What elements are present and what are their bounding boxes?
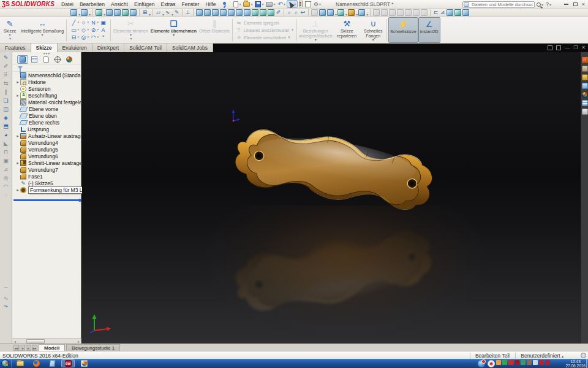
tree-item-historie[interactable]: ▸ Historie [12,79,81,85]
tree-item-beschriftung[interactable]: ▸ Beschriftung [12,92,81,99]
tab-scroll-last[interactable]: ▸▸ [32,345,37,351]
side-shell-icon[interactable]: ▣ [2,157,10,164]
menu-fenster[interactable]: Fenster [179,1,203,7]
solidcam-tool-icon-3[interactable] [447,9,453,16]
view-right-icon[interactable] [220,9,227,16]
tree-horizontal-scrollbar[interactable]: ◂ ▸ [12,338,81,343]
side-revolve-icon[interactable]: ◫ [2,105,10,113]
rebuild-button[interactable] [298,0,304,8]
menu-extras[interactable]: Extras [157,1,178,7]
doc-close-button[interactable]: ✕ [581,44,586,52]
restore-button[interactable] [573,2,578,6]
perimeter-circle-tool[interactable]: ◎ [79,34,88,41]
doc-pane-icon-2[interactable] [556,45,561,50]
open-button[interactable] [242,0,254,8]
repair-sketch-button[interactable]: ⚒ Skizze reparieren [333,17,361,43]
firefox-taskbar-button[interactable] [29,359,43,367]
select-button[interactable] [287,0,298,8]
draft-quality-icon[interactable]: ✐ [275,9,282,16]
options-button[interactable]: ⚙ [312,0,322,8]
side-draft-icon[interactable]: ⊿ [2,166,10,173]
solidcam-tool-icon-4[interactable] [454,9,461,16]
view-trimetric-icon[interactable] [252,9,258,16]
assembly-tool-icon-3[interactable] [389,9,396,16]
print-button[interactable] [265,0,276,8]
pan-view-icon[interactable] [114,9,121,16]
tree-item-verrundung7[interactable]: Verrundung7 [12,166,81,173]
tray-icon-7[interactable] [533,360,538,365]
side-offset-icon[interactable]: ∥ [2,88,10,96]
snowflake-tray-icon[interactable] [488,360,495,367]
home-icon[interactable]: ⌂ [582,57,588,63]
tab-scroll-first[interactable]: ◂◂ [13,345,19,351]
tab-dimxpert[interactable]: DimXpert [92,44,124,52]
tab-skizze[interactable]: Skizze [31,44,58,52]
tray-icon-8[interactable] [539,360,544,365]
tree-item-verrundung5[interactable]: Verrundung5 [12,146,81,153]
zoom-fit-icon[interactable]: ⌕ [286,9,293,16]
tree-item-schnitt[interactable]: ▸ Schnitt-Linear austragen1 [12,159,81,166]
custom-properties-icon[interactable] [582,100,588,106]
menu-ansicht[interactable]: Ansicht [108,1,131,7]
convert-entities-button[interactable]: ❏ Elemente übernehmen▾ [149,17,198,43]
sketch-button[interactable]: ✎ Skizze▾ [0,17,20,43]
slot-tool[interactable]: ⊟ [69,34,78,41]
search-icon[interactable] [537,2,541,7]
view-display-icon[interactable] [358,9,365,16]
tree-item-formsenkung[interactable]: ▸ Formsenkung für M3 Linsense [12,186,81,193]
sketch-relations-icon[interactable]: ⊞ [141,9,148,16]
appearances-icon[interactable] [582,91,588,98]
side-hole-icon[interactable]: ◎ [2,174,10,182]
linear-pattern-button[interactable]: ⠿ Lineares Skizzenmuster▾ [236,27,293,34]
side-dome-icon[interactable]: ◠ [2,183,10,190]
view-bottom-icon[interactable] [236,9,243,16]
tree-item-fase1[interactable]: Fase1 [12,173,81,180]
offset-entities-button[interactable]: ∥ Offset Elemente [198,17,231,43]
solidworks-taskbar-button[interactable] [61,359,75,367]
scroll-right-arrow[interactable]: ▸ [76,339,81,343]
menu-hilfe[interactable]: Hilfe [202,1,219,7]
appearance-icon[interactable] [337,9,344,16]
menu-einfuegen[interactable]: Einfügen [131,1,158,7]
assembly-tool-icon-1[interactable] [373,9,380,16]
assembly-tool-icon-5[interactable] [405,9,412,16]
tree-item-sensoren[interactable]: Sensoren [12,85,81,92]
annotation-display-icon[interactable]: ✎ [173,9,180,16]
tree-root[interactable]: Namensschild (Standard<<Standa [12,72,81,79]
tab-solidcam-teil[interactable]: SolidCAM Teil [124,44,167,52]
instant2d-button[interactable]: ∠ Instant2D [418,17,440,43]
point-tool[interactable]: ° [99,34,108,41]
view-dimetric-icon[interactable] [260,9,266,16]
section-view-icon[interactable] [311,9,318,16]
tree-item-ebene-rechts[interactable]: Ebene rechts [12,119,81,126]
tree-item-ursprung[interactable]: Ursprung [12,126,81,132]
side-wrap-icon[interactable]: ◌ [2,191,10,199]
forum-icon[interactable] [582,109,588,115]
display-relations-button[interactable]: ⊥ Beziehungen anzeigen/löschen▾ [298,17,333,43]
design-library-icon[interactable] [582,66,588,72]
view-palette-icon[interactable] [582,83,588,89]
side-sweep-icon[interactable]: ◈ [2,114,10,121]
featuremanager-tab[interactable] [17,55,28,64]
tray-icon-9[interactable] [545,360,550,365]
tree-filter[interactable] [12,64,81,72]
graphics-viewport[interactable] [82,52,581,343]
tree-item-verrundung4[interactable]: Verrundung4 [12,139,81,146]
rapid-sketch-button[interactable]: ⚡ Schnellskizze [388,17,418,43]
side-freeform-icon[interactable]: ✑ [2,303,10,310]
view-front-icon[interactable] [196,9,203,16]
view-top-icon[interactable] [228,9,235,16]
design-table-button[interactable] [304,0,312,8]
solidcam-tool-icon-1[interactable]: ⊏ [432,9,439,16]
side-mirror-icon[interactable]: ⇆ [2,80,10,87]
scroll-left-arrow[interactable]: ◂ [12,339,18,343]
pin-menu-icon[interactable] [221,1,227,7]
view-left-icon[interactable] [212,9,219,16]
side-select-icon[interactable]: ✎ [2,54,10,61]
model-tab[interactable]: Modell [39,344,65,351]
motion-study-tab[interactable]: Bewegungsstudie 1 [66,344,120,351]
search-input[interactable] [462,1,535,8]
status-globe-icon[interactable] [581,353,586,358]
start-button[interactable] [1,359,9,367]
curve-display-icon[interactable]: ∿ [164,9,171,16]
